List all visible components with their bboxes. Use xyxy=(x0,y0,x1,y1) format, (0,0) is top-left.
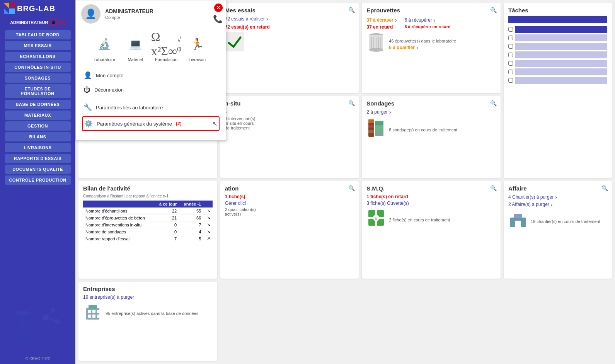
sidebar-item-bdd[interactable]: BASE DE DONNÉES xyxy=(5,100,71,109)
sidebar-item-tableau-de-bord[interactable]: TABLEAU DE BORD xyxy=(5,30,71,39)
bilan-row-label: Nombre rapport d'essai xyxy=(83,235,155,242)
sidebar-item-echantillons[interactable]: ECHANTILLONS xyxy=(5,52,71,61)
controles-title: n-situ xyxy=(225,100,354,107)
gear-button[interactable]: ⚙ xyxy=(49,19,58,26)
svg-marker-4 xyxy=(9,9,15,14)
formulation-info: 2 qualification(s)active(s) xyxy=(225,207,354,216)
bilan-row-trend: ↘ xyxy=(203,228,212,235)
sidebar-username: ADMINISTRATEUR xyxy=(10,20,48,25)
smq-title: S.M.Q. xyxy=(366,185,496,192)
bilan-row-today: 21 xyxy=(155,214,179,221)
formulation-search-icon[interactable]: 🔍 xyxy=(348,185,355,191)
close-button[interactable]: ✕ xyxy=(214,3,223,12)
tache-row xyxy=(508,25,607,34)
icon-label-livraison: Livraison xyxy=(189,57,206,62)
sondages-link1[interactable]: 2 à purger › xyxy=(366,109,496,115)
bilan-row-prev: 5 xyxy=(179,235,203,242)
sidebar-item-docs-qualite[interactable]: DOCUMENTS QUALITÉ xyxy=(5,165,71,174)
sidebar-item-rapports[interactable]: RAPPORTS D'ESSAIS xyxy=(5,154,71,163)
card-controles: n-situ 🔍 › 5 intervention(s)in-situ en c… xyxy=(220,96,359,179)
mes-essais-link1[interactable]: 72 essais à réaliser › xyxy=(225,16,354,22)
bilan-row: Nombre d'échantillons 22 55 ↘ xyxy=(83,208,213,214)
bilan-row: Nombre de sondages 0 4 ↘ xyxy=(83,228,213,235)
controles-search-icon[interactable]: 🔍 xyxy=(348,100,355,106)
tache-bar xyxy=(515,26,607,33)
icon-livraison[interactable]: 🏃 Livraison xyxy=(186,32,209,62)
svg-rect-43 xyxy=(88,315,91,318)
sidebar-item-materiaux[interactable]: MATÉRIAUX xyxy=(5,111,71,120)
tache-checkbox[interactable] xyxy=(508,70,513,74)
sidebar-item-mes-essais[interactable]: MES ESSAIS xyxy=(5,41,71,50)
bilan-row-prev: 66 xyxy=(179,214,203,221)
sondages-search-icon[interactable]: 🔍 xyxy=(490,100,497,106)
menu-params-labo[interactable]: 🔧 Paramètres liés au laboratoire xyxy=(82,100,220,115)
dropdown-subtitle: Compte xyxy=(105,15,153,20)
tache-bar xyxy=(515,43,607,50)
bilan-row-today: 7 xyxy=(155,235,179,242)
affaire-icon-row: 19 chantier(s) en cours de traitement xyxy=(508,210,607,233)
mes-essais-title: Mes essais xyxy=(225,7,354,14)
menu-params-systeme[interactable]: ⚙️ Paramètres généraux du système (2) ↖ xyxy=(82,116,220,131)
tache-checkbox[interactable] xyxy=(508,44,513,49)
affaire-link1[interactable]: 4 Chantier(s) à purger › xyxy=(508,194,607,200)
tache-bar xyxy=(515,34,607,41)
tache-row xyxy=(508,68,607,76)
card-bilan: Bilan de l'activité Comparaison à l'inst… xyxy=(78,181,217,279)
tache-checkbox[interactable] xyxy=(508,53,513,57)
formulation-link1[interactable]: 1 fiche(s) xyxy=(225,194,354,199)
bilan-subtitle: Comparaison à l'instant i par rapport à … xyxy=(83,194,213,198)
sidebar-item-formulation[interactable]: ETUDES DE FORMULATION xyxy=(5,84,71,98)
eprouvettes-link2[interactable]: 6 à récupérer › xyxy=(404,17,450,23)
icon-laboratoire[interactable]: 🔬 Laboratoire xyxy=(93,32,116,62)
formulation-title: ation xyxy=(225,185,354,192)
affaire-search-icon[interactable]: 🔍 xyxy=(601,185,608,191)
tache-checkbox[interactable] xyxy=(508,61,513,66)
affaire-info: 19 chantier(s) en cours de traitement xyxy=(531,219,600,224)
eprouvettes-qualifier[interactable]: 6 à qualifier › xyxy=(389,44,456,51)
sidebar-item-gestion[interactable]: GESTION xyxy=(5,121,71,131)
bilan-row-trend: ↗ xyxy=(203,235,212,242)
eprouvettes-search-icon[interactable]: 🔍 xyxy=(490,7,497,13)
sidebar-item-controle-prod[interactable]: CONTROLE PRODUCTION xyxy=(5,175,71,185)
taches-title: Tâches xyxy=(508,7,607,14)
tache-checkbox[interactable] xyxy=(508,27,513,32)
eprouvettes-link1[interactable]: 37 à écraser › xyxy=(366,17,397,23)
smq-icon-row: Q 2 fiche(s) en cours de traitement xyxy=(366,208,496,231)
bilan-row: Nombre rapport d'essai 7 5 ↗ xyxy=(83,235,213,242)
icon-formulation[interactable]: Ω x²Σ∞√ φ Formulation xyxy=(155,32,178,62)
sidebar-item-controles[interactable]: CONTRÔLES IN-SITU xyxy=(5,63,71,72)
entreprises-link1[interactable]: 19 entreprise(s) à purger xyxy=(83,294,213,300)
sidebar-item-sondages[interactable]: SONDAGES xyxy=(5,73,71,83)
svg-rect-38 xyxy=(86,308,99,320)
tache-checkbox[interactable] xyxy=(508,36,513,40)
lab-params-icon: 🔧 xyxy=(83,103,92,112)
menu-label-params-systeme: Paramètres généraux du système xyxy=(97,121,172,127)
entreprises-icon-row: 95 entreprise(s) actives dans la base de… xyxy=(83,302,213,325)
badge-2: (2) xyxy=(176,121,182,126)
bilan-row: Nombre d'interventions in-situ 0 7 ↘ xyxy=(83,221,213,228)
quality-icon: Q xyxy=(366,208,386,231)
eprouvettes-title: Eprouvettes xyxy=(366,7,496,14)
sidebar-item-livraisons[interactable]: LIVRAISONS xyxy=(5,143,71,152)
sidebar-nav: TABLEAU DE BORD MES ESSAIS ECHANTILLONS … xyxy=(0,29,75,185)
card-formulation: ation 🔍 1 fiche(s) Gérer d'ici 2 qualifi… xyxy=(220,181,359,279)
menu-mon-compte[interactable]: 👤 Mon compte xyxy=(82,68,220,83)
bilan-row-prev: 7 xyxy=(179,221,203,228)
formulation-icon: Ω x²Σ∞√ φ xyxy=(155,32,178,56)
smq-link1[interactable]: 1 fiche(s) en retard xyxy=(366,194,496,199)
icon-materiel[interactable]: 💻 Matériel xyxy=(124,32,147,62)
tache-bar xyxy=(515,60,607,67)
mes-essais-search-icon[interactable]: 🔍 xyxy=(348,7,355,13)
badge-1: (1) xyxy=(60,20,65,25)
tache-checkbox[interactable] xyxy=(508,78,513,83)
sidebar-item-bilans[interactable]: BILANS xyxy=(5,132,71,141)
controles-link-arrow[interactable]: › xyxy=(225,109,354,115)
svg-rect-36 xyxy=(514,214,522,218)
affaire-link2[interactable]: 2 Affaire(s) à purger › xyxy=(508,201,607,208)
bilan-row-label: Nombre d'éprouvettes de béton xyxy=(83,214,155,221)
menu-deconnexion[interactable]: ⏻ Déconnexion xyxy=(82,83,220,97)
formulation-link-gerer[interactable]: Gérer d'ici xyxy=(225,201,354,206)
smq-link2[interactable]: 3 fiche(s) Ouverte(s) xyxy=(366,201,496,206)
card-entreprises: Entreprises 19 entreprise(s) à purger 95… xyxy=(78,282,217,361)
smq-search-icon[interactable]: 🔍 xyxy=(490,185,497,191)
